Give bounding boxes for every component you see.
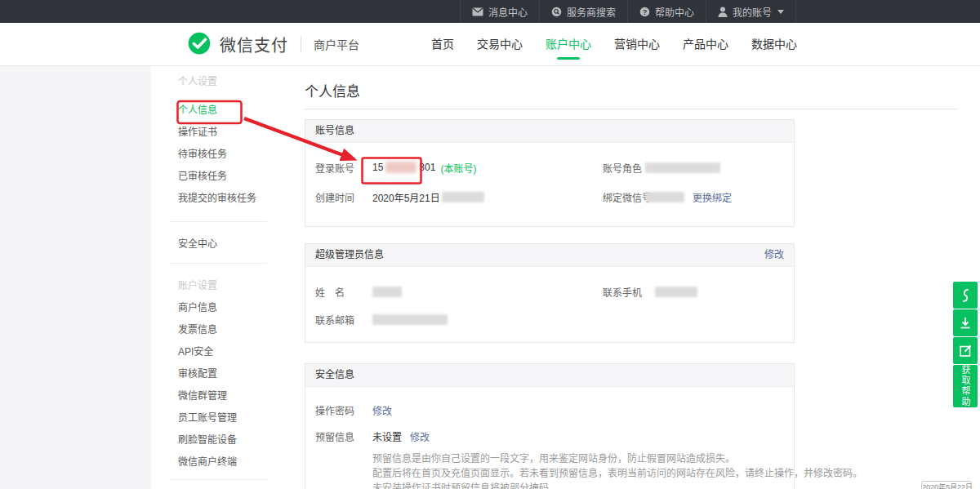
topbar-item-my-account[interactable]: 我的账号 xyxy=(706,0,796,23)
login-account-value: 15301 xyxy=(372,162,435,174)
floating-toolbar: 获取帮助 xyxy=(953,282,978,407)
reserved-info-description: 预留信息是由你自己设置的一段文字，用来鉴定网站身份，防止假冒网站造成损失。 配置… xyxy=(372,451,862,489)
account-role-row: 账号角色 xyxy=(603,161,720,174)
main-nav: 首页 交易中心 账户中心 营销中心 产品中心 数据中心 xyxy=(420,23,808,66)
sidebar-heading-personal-settings: 个人设置 xyxy=(151,71,282,93)
bound-wechat-label: 绑定微信号 xyxy=(603,190,645,204)
redacted-value xyxy=(645,192,684,202)
topbar-item-label: 我的账号 xyxy=(733,5,772,19)
edit-icon xyxy=(959,344,973,358)
change-binding-link[interactable]: 更换绑定 xyxy=(693,190,732,204)
created-time-label: 创建时间 xyxy=(315,190,372,204)
contact-email-label: 联系邮箱 xyxy=(315,313,372,327)
logo-divider xyxy=(301,36,301,52)
svg-text:?: ? xyxy=(643,7,647,16)
nav-item-marketing[interactable]: 营销中心 xyxy=(603,23,671,66)
chevron-down-icon xyxy=(777,10,784,14)
nav-item-transactions[interactable]: 交易中心 xyxy=(466,23,534,66)
redacted-value xyxy=(655,287,697,297)
header: 微信支付 商户平台 首页 交易中心 账户中心 营销中心 产品中心 数据中心 xyxy=(0,23,980,66)
sidebar-item-staff-account-mgmt[interactable]: 员工账号管理 xyxy=(151,407,282,429)
card-header-super-admin: 超级管理员信息 xyxy=(315,244,384,266)
topbar-item-label: 消息中心 xyxy=(488,5,528,19)
download-icon xyxy=(959,316,972,331)
created-time-row: 创建时间 2020年5月21日 xyxy=(315,190,484,203)
super-admin-card: 超级管理员信息 修改 姓 名 联系手机 联系邮箱 xyxy=(305,243,795,343)
sidebar-item-wechat-merchant-terminal[interactable]: 微信商户终端 xyxy=(151,451,282,473)
bound-wechat-row: 绑定微信号 更换绑定 xyxy=(603,190,732,203)
page-body: 个人设置 个人信息 操作证书 待审核任务 已审核任务 我提交的审核任务 安全中心… xyxy=(0,66,980,489)
title-divider xyxy=(305,109,958,109)
account-info-card: 账号信息 登录账号 15301 (本账号) 账号角色 创建时间 2020年5月2… xyxy=(305,119,795,227)
link-icon xyxy=(959,287,972,304)
sidebar-item-operation-certificate[interactable]: 操作证书 xyxy=(151,122,282,144)
get-help-button[interactable]: 获取帮助 xyxy=(953,365,978,407)
download-button[interactable] xyxy=(953,309,978,336)
help-icon: ? xyxy=(639,7,650,17)
description-line: 未安装操作证书时预留信息将被部分掩码。 xyxy=(372,481,862,489)
nav-item-home[interactable]: 首页 xyxy=(420,23,466,66)
sidebar-item-invoice-info[interactable]: 发票信息 xyxy=(151,319,282,341)
topbar-item-sp-search[interactable]: 服务商搜索 xyxy=(539,0,627,23)
portal-label: 商户平台 xyxy=(314,36,359,52)
sidebar-item-reviewed-tasks[interactable]: 已审核任务 xyxy=(151,166,282,188)
description-line: 配置后将在首页及充值页面显示。若未看到预留信息，表明当前访问的网站存在风险，请终… xyxy=(372,466,862,481)
topbar-item-help-center[interactable]: ? 帮助中心 xyxy=(627,0,706,23)
wechat-pay-icon xyxy=(186,31,212,57)
contact-phone-row: 联系手机 xyxy=(603,285,697,298)
nav-item-products[interactable]: 产品中心 xyxy=(671,23,740,66)
current-account-tag: (本账号) xyxy=(440,161,476,175)
feedback-button[interactable] xyxy=(953,337,978,364)
sidebar-item-my-submitted-tasks[interactable]: 我提交的审核任务 xyxy=(151,188,282,210)
topbar-item-messages[interactable]: 消息中心 xyxy=(460,0,539,23)
redacted-value xyxy=(372,287,402,297)
search-icon xyxy=(551,7,562,17)
reserved-info-label: 预留信息 xyxy=(315,429,372,443)
contact-email-row: 联系邮箱 xyxy=(315,313,448,326)
nav-item-data-center[interactable]: 数据中心 xyxy=(740,23,808,66)
sidebar-item-merchant-info[interactable]: 商户信息 xyxy=(151,297,282,319)
redacted-value xyxy=(442,192,484,202)
admin-name-label: 姓 名 xyxy=(315,285,372,299)
created-time-value: 2020年5月21日 xyxy=(372,190,440,204)
sidebar-item-security-center[interactable]: 安全中心 xyxy=(151,233,282,256)
sidebar-divider xyxy=(169,479,267,480)
operation-password-label: 操作密码 xyxy=(315,403,372,417)
sidebar-heading-account-settings: 账户设置 xyxy=(151,275,282,297)
brand-logo[interactable]: 微信支付 xyxy=(186,31,288,57)
nav-item-account-center[interactable]: 账户中心 xyxy=(534,23,603,66)
sidebar-divider xyxy=(169,263,267,264)
sidebar-item-wechat-group-mgmt[interactable]: 微信群管理 xyxy=(151,385,282,407)
modify-reserved-link[interactable]: 修改 xyxy=(410,429,430,443)
account-role-label: 账号角色 xyxy=(603,161,645,175)
quick-link-button[interactable] xyxy=(953,282,978,309)
mail-icon xyxy=(472,7,483,16)
card-header-security-info: 安全信息 xyxy=(315,364,354,386)
topbar: 消息中心 服务商搜索 ? 帮助中心 我的账号 xyxy=(0,0,980,23)
login-account-label: 登录账号 xyxy=(315,161,372,175)
login-account-row: 登录账号 15301 (本账号) xyxy=(315,161,476,174)
brand-name: 微信支付 xyxy=(220,33,288,56)
admin-name-row: 姓 名 xyxy=(315,285,402,298)
redacted-value xyxy=(385,162,416,173)
redacted-value xyxy=(645,162,720,173)
description-line: 预留信息是由你自己设置的一段文字，用来鉴定网站身份，防止假冒网站造成损失。 xyxy=(372,451,862,466)
operation-password-row: 操作密码 修改 xyxy=(315,403,392,416)
card-header-account-info: 账号信息 xyxy=(315,120,354,142)
sidebar-item-review-config[interactable]: 审核配置 xyxy=(151,363,282,385)
topbar-item-label: 帮助中心 xyxy=(655,5,694,19)
sidebar: 个人设置 个人信息 操作证书 待审核任务 已审核任务 我提交的审核任务 安全中心… xyxy=(151,66,282,489)
reserved-info-row: 预留信息 未设置 修改 xyxy=(315,429,430,442)
sidebar-item-face-smart-device[interactable]: 刷脸智能设备 xyxy=(151,429,282,451)
modify-admin-link[interactable]: 修改 xyxy=(764,244,784,266)
contact-phone-label: 联系手机 xyxy=(603,285,645,299)
security-info-card: 安全信息 操作密码 修改 预留信息 未设置 修改 预留信息是由你自己设置的一段文… xyxy=(305,363,795,489)
reserved-info-value: 未设置 xyxy=(372,429,402,443)
sidebar-item-pending-review-tasks[interactable]: 待审核任务 xyxy=(151,144,282,166)
date-badge: 2020年5月22日 xyxy=(921,481,972,489)
topbar-item-label: 服务商搜索 xyxy=(567,5,616,19)
sidebar-divider xyxy=(169,221,267,222)
modify-password-link[interactable]: 修改 xyxy=(372,403,392,417)
sidebar-item-api-security[interactable]: API安全 xyxy=(151,341,282,363)
sidebar-item-personal-info[interactable]: 个人信息 xyxy=(151,100,282,122)
